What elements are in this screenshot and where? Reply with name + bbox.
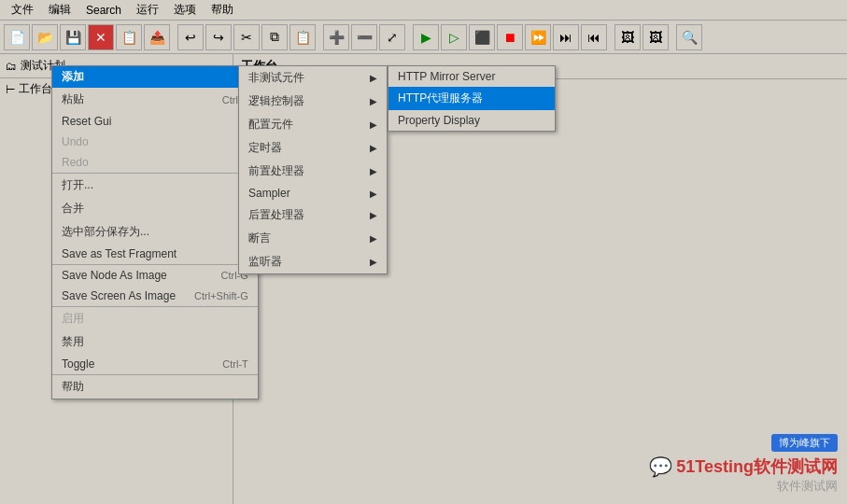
watermark-text2: 软件测试网 [777, 479, 838, 493]
new-button[interactable]: 📄 [4, 24, 30, 50]
skip-button[interactable]: ⏭ [553, 24, 579, 50]
menu-redo: Redo [52, 152, 258, 173]
context-menu-header: 添加 [52, 66, 258, 88]
separator2 [318, 24, 321, 50]
arrow-icon-0: ▶ [370, 73, 377, 83]
open-button[interactable]: 📂 [32, 24, 58, 50]
menu-save-fragment[interactable]: Save as Test Fragment [52, 244, 258, 264]
submenu-level2: HTTP Mirror Server HTTP代理服务器 Property Di… [388, 65, 556, 132]
redo-button[interactable]: ↪ [205, 24, 232, 50]
reset-gui-label: Reset Gui [62, 115, 111, 128]
paste-label: 粘贴 [62, 91, 84, 107]
submenu2-item-0[interactable]: HTTP Mirror Server [388, 66, 555, 87]
img1-button[interactable]: 🖼 [614, 24, 641, 50]
rewind-button[interactable]: ⏮ [581, 24, 607, 50]
workbench-icon: ⊢ [6, 83, 15, 96]
export-button[interactable]: 📤 [144, 24, 170, 50]
submenu1-item-1[interactable]: 逻辑控制器 ▶ [239, 90, 387, 113]
forward-button[interactable]: ⏩ [525, 24, 551, 50]
merge-label: 合并 [62, 201, 84, 217]
submenu2-item-1[interactable]: HTTP代理服务器 [388, 87, 555, 110]
submenu1-label-3: 定时器 [248, 140, 282, 156]
add-button[interactable]: ➕ [323, 24, 349, 50]
help-label: 帮助 [62, 379, 84, 395]
open-label: 打开... [62, 177, 93, 193]
arrow-icon-5: ▶ [370, 189, 377, 199]
menu-search[interactable]: Search [78, 2, 129, 19]
submenu1-item-4[interactable]: 前置处理器 ▶ [239, 160, 387, 183]
menu-save-part[interactable]: 选中部分保存为... [52, 220, 258, 244]
copy-button[interactable]: ⧉ [261, 24, 288, 50]
menu-bar: 文件 编辑 Search 运行 选项 帮助 [0, 0, 847, 21]
menu-open[interactable]: 打开... [52, 173, 258, 197]
workbench-label: 工作台 [19, 81, 52, 97]
test-plan-icon: 🗂 [6, 60, 17, 73]
menu-edit[interactable]: 编辑 [41, 0, 78, 20]
remove-button[interactable]: ➖ [351, 24, 377, 50]
submenu1-label-7: 断言 [248, 231, 271, 246]
watermark: 博为峰旗下 💬 51Testing软件测试网 软件测试网 [649, 434, 838, 495]
search-button[interactable]: 🔍 [676, 24, 702, 50]
menu-save-node-image[interactable]: Save Node As Image Ctrl-G [52, 264, 258, 286]
save-screen-image-label: Save Screen As Image [62, 289, 176, 302]
menu-disable[interactable]: 禁用 [52, 330, 258, 354]
cut-button[interactable]: ✂ [233, 24, 260, 50]
save-button[interactable]: 💾 [60, 24, 86, 50]
expand-button[interactable]: ⤢ [379, 24, 405, 50]
submenu1-label-5: Sampler [248, 187, 290, 200]
disable-label: 禁用 [62, 334, 84, 350]
context-menu-add: 添加 粘贴 Ctrl-V Reset Gui Undo Redo 打开... 合… [51, 65, 259, 399]
menu-help[interactable]: 帮助 [204, 0, 241, 20]
submenu1-label-2: 配置元件 [248, 117, 293, 133]
save-fragment-label: Save as Test Fragment [62, 247, 176, 260]
stop-button[interactable]: ⬛ [469, 24, 495, 50]
paste-button[interactable]: 📋 [289, 24, 316, 50]
submenu1-label-4: 前置处理器 [248, 163, 304, 179]
submenu1-item-0[interactable]: 非测试元件 ▶ [239, 66, 387, 90]
submenu1-item-3[interactable]: 定时器 ▶ [239, 136, 387, 160]
arrow-icon-1: ▶ [370, 96, 377, 106]
arrow-icon-3: ▶ [370, 143, 377, 153]
menu-paste[interactable]: 粘贴 Ctrl-V [52, 88, 258, 111]
submenu2-item-2[interactable]: Property Display [388, 110, 555, 131]
submenu1-item-5[interactable]: Sampler ▶ [239, 183, 387, 203]
arrow-icon-2: ▶ [370, 119, 377, 130]
img2-button[interactable]: 🖼 [642, 24, 669, 50]
submenu1-item-7[interactable]: 断言 ▶ [239, 227, 387, 250]
menu-save-screen-image[interactable]: Save Screen As Image Ctrl+Shift-G [52, 286, 258, 306]
play-button[interactable]: ▶ [413, 24, 439, 50]
undo-button[interactable]: ↩ [177, 24, 204, 50]
toggle-shortcut: Ctrl-T [222, 358, 248, 370]
submenu1-item-6[interactable]: 后置处理器 ▶ [239, 203, 387, 227]
submenu1-label-0: 非测试元件 [248, 70, 304, 86]
submenu1-item-2[interactable]: 配置元件 ▶ [239, 113, 387, 136]
wechat-icon: 💬 [649, 455, 672, 478]
delete-button[interactable]: ✕ [88, 24, 114, 50]
submenu-level1: 非测试元件 ▶ 逻辑控制器 ▶ 配置元件 ▶ 定时器 ▶ 前置处理器 ▶ Sam… [238, 65, 388, 274]
separator3 [407, 24, 411, 50]
menu-helpitem[interactable]: 帮助 [52, 374, 258, 399]
submenu2-label-0: HTTP Mirror Server [398, 70, 495, 83]
arrow-icon-7: ▶ [370, 233, 377, 244]
separator1 [172, 24, 176, 50]
stop2-button[interactable]: ⏹ [497, 24, 523, 50]
main-area: 🗂 测试计划 ⊢ 工作台 添加 粘贴 Ctrl-V Reset Gui Undo… [0, 54, 847, 504]
redo-label: Redo [62, 156, 89, 169]
menu-run[interactable]: 运行 [129, 0, 166, 20]
menu-file[interactable]: 文件 [4, 0, 41, 20]
arrow-icon-6: ▶ [370, 210, 377, 220]
toolbar: 📄 📂 💾 ✕ 📋 📤 ↩ ↪ ✂ ⧉ 📋 ➕ ➖ ⤢ ▶ ▷ ⬛ ⏹ ⏩ ⏭ … [0, 21, 847, 54]
menu-undo: Undo [52, 132, 258, 152]
submenu1-label-6: 后置处理器 [248, 207, 304, 223]
submenu1-label-8: 监听器 [248, 254, 282, 270]
menu-options[interactable]: 选项 [166, 0, 204, 20]
save-screen-image-shortcut: Ctrl+Shift-G [194, 290, 248, 301]
left-panel: 🗂 测试计划 ⊢ 工作台 添加 粘贴 Ctrl-V Reset Gui Undo… [0, 54, 233, 504]
play2-button[interactable]: ▷ [441, 24, 467, 50]
submenu1-item-8[interactable]: 监听器 ▶ [239, 250, 387, 273]
menu-toggle[interactable]: Toggle Ctrl-T [52, 354, 258, 374]
menu-reset-gui[interactable]: Reset Gui [52, 111, 258, 132]
menu-merge[interactable]: 合并 [52, 197, 258, 220]
save-part-label: 选中部分保存为... [62, 224, 149, 240]
save2-button[interactable]: 📋 [116, 24, 142, 50]
